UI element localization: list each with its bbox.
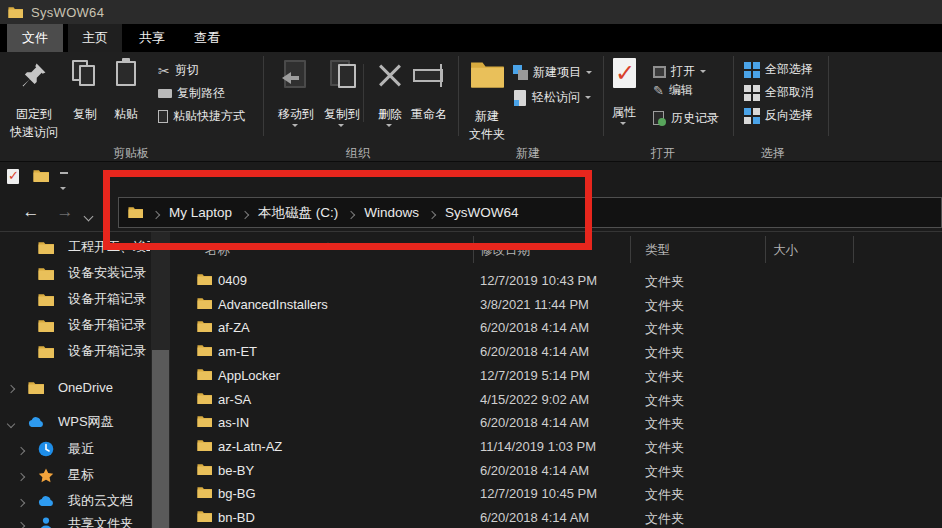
- paste-shortcut-button[interactable]: 粘贴快捷方式: [158, 108, 245, 125]
- column-header-date[interactable]: 修改日期: [480, 242, 530, 259]
- qat-customize-button[interactable]: [60, 172, 68, 194]
- tab-file[interactable]: 文件: [7, 24, 63, 52]
- folder-icon: [128, 206, 143, 218]
- chevron-right-icon[interactable]: [18, 442, 24, 457]
- table-row[interactable]: be-BY6/20/2018 4:14 AM文件夹: [185, 460, 942, 482]
- file-type: 文件夹: [645, 439, 684, 457]
- breadcrumb-item[interactable]: 本地磁盘 (C:): [258, 204, 338, 222]
- folder-icon: [197, 344, 212, 356]
- sidebar-item-label: 设备开箱记录: [68, 316, 146, 334]
- file-type: 文件夹: [645, 510, 684, 528]
- title-bar: SysWOW64: [0, 0, 942, 24]
- chevron-down-icon: [60, 187, 66, 190]
- table-row[interactable]: am-ET6/20/2018 4:14 AM文件夹: [185, 341, 942, 363]
- breadcrumb-item[interactable]: My Laptop: [169, 205, 232, 220]
- easy-access-label: 轻松访问: [532, 89, 580, 106]
- table-row[interactable]: bn-BD6/20/2018 4:14 AM文件夹: [185, 507, 942, 528]
- file-type: 文件夹: [645, 320, 684, 338]
- file-date: 6/20/2018 4:14 AM: [480, 415, 589, 430]
- forward-button[interactable]: →: [52, 199, 78, 225]
- open-group-label: 打开: [638, 145, 688, 162]
- table-row[interactable]: 040912/7/2019 10:43 PM文件夹: [185, 270, 942, 292]
- cloud-icon: [38, 496, 54, 506]
- file-name: AdvancedInstallers: [218, 297, 328, 312]
- breadcrumb-item[interactable]: SysWOW64: [445, 205, 519, 220]
- folder-icon: [38, 267, 54, 280]
- explorer-window: SysWOW64 文件 主页 共享 查看 固定到 快速访问 复制: [0, 0, 942, 528]
- breadcrumb-item[interactable]: Windows: [364, 205, 419, 220]
- paste-shortcut-label: 粘贴快捷方式: [173, 108, 245, 125]
- table-row[interactable]: AdvancedInstallers3/8/2021 11:44 PM文件夹: [185, 294, 942, 316]
- table-row[interactable]: af-ZA6/20/2018 4:14 AM文件夹: [185, 317, 942, 339]
- table-row[interactable]: ar-SA4/15/2022 9:02 AM文件夹: [185, 389, 942, 411]
- chevron-down-icon: [338, 124, 344, 127]
- navigation-bar: ← → My Laptop 本地磁盘 (C:) Windows SysWOW64: [0, 193, 942, 232]
- chevron-right-icon[interactable]: [18, 517, 24, 528]
- file-name: ar-SA: [218, 392, 251, 407]
- table-row[interactable]: AppLocker12/7/2019 5:14 PM文件夹: [185, 365, 942, 387]
- folder-icon: [197, 510, 212, 522]
- copy-path-label: 复制路径: [177, 85, 225, 102]
- file-name: be-BY: [218, 463, 254, 478]
- sidebar-scrollbar[interactable]: [151, 232, 170, 528]
- new-item-icon: [513, 65, 528, 80]
- select-none-button[interactable]: 全部取消: [744, 84, 813, 101]
- column-header-size[interactable]: 大小: [773, 242, 798, 259]
- tab-view[interactable]: 查看: [182, 24, 232, 52]
- file-type: 文件夹: [645, 368, 684, 386]
- scrollbar-thumb[interactable]: [152, 350, 169, 528]
- open-button[interactable]: 打开: [653, 63, 706, 80]
- file-name: af-ZA: [218, 320, 250, 335]
- history-icon: [653, 111, 666, 126]
- file-list: 名称 修改日期 类型 大小 040912/7/2019 10:43 PM文件夹A…: [185, 232, 942, 528]
- tab-home[interactable]: 主页: [68, 24, 122, 52]
- table-row[interactable]: az-Latn-AZ11/14/2019 1:03 PM文件夹: [185, 436, 942, 458]
- invert-selection-button[interactable]: 反向选择: [744, 107, 813, 124]
- address-bar[interactable]: My Laptop 本地磁盘 (C:) Windows SysWOW64: [118, 197, 942, 228]
- file-name: as-IN: [218, 415, 249, 430]
- sidebar-item-label: 共享文件夹: [68, 515, 133, 528]
- sidebar-item-label: 设备安装记录: [68, 264, 146, 282]
- back-button[interactable]: ←: [18, 199, 44, 225]
- paste-label: 粘贴: [104, 106, 148, 123]
- easy-access-button[interactable]: 轻松访问: [514, 89, 591, 106]
- file-date: 6/20/2018 4:14 AM: [480, 463, 589, 478]
- check-icon: ✓: [8, 168, 19, 183]
- column-header-name[interactable]: 名称: [205, 242, 230, 259]
- chevron-right-icon[interactable]: [8, 380, 14, 395]
- new-folder-label-line1: 新建: [465, 108, 509, 125]
- chevron-down-icon[interactable]: [8, 415, 14, 430]
- table-row[interactable]: bg-BG12/7/2019 10:45 PM文件夹: [185, 483, 942, 505]
- navigation-pane: 工程开工、竣工…设备安装记录设备开箱记录设备开箱记录设备开箱记录OneDrive…: [0, 232, 150, 528]
- folder-icon: [38, 319, 54, 332]
- qat-folder-button[interactable]: [33, 169, 49, 182]
- paste-shortcut-icon: [158, 110, 168, 123]
- recent-locations-button[interactable]: [85, 206, 92, 224]
- folder-icon: [28, 381, 44, 394]
- file-date: 12/7/2019 5:14 PM: [480, 368, 590, 383]
- file-name: az-Latn-AZ: [218, 439, 282, 454]
- history-label: 历史记录: [671, 110, 719, 127]
- folder-icon: [197, 320, 212, 332]
- chevron-down-icon: [620, 122, 626, 125]
- folder-icon: [197, 439, 212, 451]
- new-item-button[interactable]: 新建项目: [513, 64, 592, 81]
- cut-button[interactable]: ✂ 剪切: [158, 62, 199, 79]
- select-all-label: 全部选择: [765, 61, 813, 78]
- tab-share[interactable]: 共享: [126, 24, 178, 52]
- folder-icon: [197, 463, 212, 475]
- properties-label: 属性: [602, 104, 646, 121]
- sidebar-item-label: 设备开箱记录: [68, 290, 146, 308]
- copy-path-button[interactable]: 复制路径: [158, 85, 225, 102]
- folder-icon: [197, 297, 212, 309]
- select-all-icon: [744, 62, 760, 78]
- folder-icon: [197, 392, 212, 404]
- edit-button[interactable]: ✎ 编辑: [653, 82, 693, 99]
- table-row[interactable]: as-IN6/20/2018 4:14 AM文件夹: [185, 412, 942, 434]
- chevron-right-icon[interactable]: [18, 494, 24, 509]
- history-button[interactable]: 历史记录: [653, 110, 719, 127]
- select-all-button[interactable]: 全部选择: [744, 61, 813, 78]
- column-header-type[interactable]: 类型: [645, 242, 670, 259]
- chevron-down-icon: [386, 124, 392, 127]
- chevron-right-icon[interactable]: [18, 468, 24, 483]
